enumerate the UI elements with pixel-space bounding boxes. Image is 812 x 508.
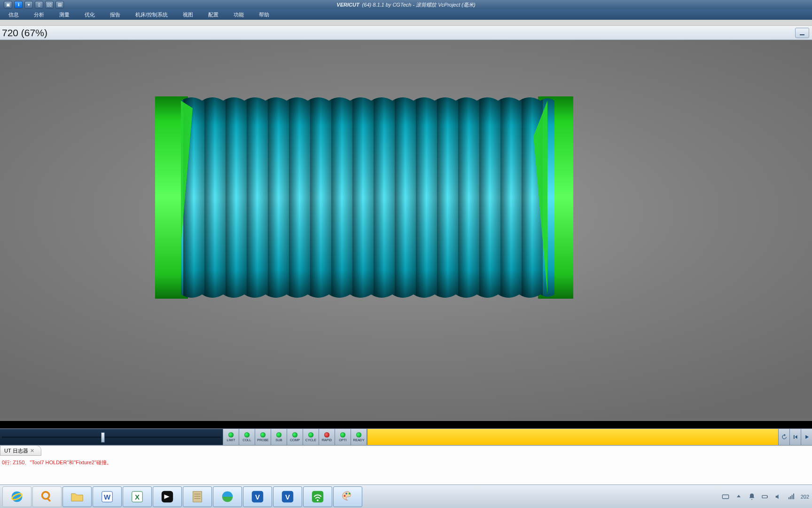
svg-rect-7 (268, 94, 289, 301)
svg-rect-44 (762, 495, 767, 498)
led-comp: COMP (287, 429, 303, 445)
progress-bar (367, 429, 778, 445)
svg-rect-18 (500, 94, 522, 301)
svg-text:V: V (255, 492, 260, 500)
log-tab-label: UT 日志器 (4, 447, 28, 454)
menu-view[interactable]: 视图 (183, 11, 193, 18)
led-label: LIMIT (227, 438, 235, 442)
menu-optimize[interactable]: 优化 (85, 11, 95, 18)
svg-point-40 (344, 495, 346, 497)
system-tray: 202 (722, 485, 809, 508)
led-dot-icon (276, 432, 281, 437)
taskbar-app-vericut[interactable]: V (243, 486, 272, 507)
led-ready: READY (351, 429, 367, 445)
led-dot-icon (340, 432, 345, 437)
menu-measure[interactable]: 测量 (59, 11, 70, 18)
bell-icon[interactable] (748, 493, 756, 500)
taskbar-app-ie[interactable] (2, 486, 31, 507)
svg-rect-14 (416, 94, 437, 301)
minimize-view-button[interactable] (795, 28, 809, 38)
sub-statusbar (0, 20, 812, 26)
taskbar-app-wifi[interactable] (303, 486, 332, 507)
windows-taskbar: WXVV 202 (0, 484, 812, 508)
svg-rect-43 (722, 495, 728, 499)
app-title-suffix: (64) 8.1.1 by CGTech - 滚筒螺纹 VcProject (毫… (362, 1, 476, 8)
led-dot-icon (228, 432, 234, 437)
led-label: COMP (290, 438, 300, 442)
menu-machine[interactable]: 机床/控制系统 (135, 11, 168, 18)
svg-rect-10 (331, 94, 352, 301)
taskbar-app-capcut[interactable] (153, 486, 182, 507)
led-label: SUB (275, 438, 282, 442)
led-label: PROBE (257, 438, 269, 442)
led-dot-icon (356, 432, 361, 437)
part-model (155, 94, 573, 301)
menu-function[interactable]: 功能 (234, 11, 244, 18)
taskbar-app-ie2[interactable] (213, 486, 242, 507)
taskbar-app-vericut2[interactable]: V (273, 486, 302, 507)
dropdown-button[interactable]: ▾ (24, 1, 33, 8)
play-button[interactable] (801, 429, 812, 445)
info-button[interactable]: ℹ (14, 1, 23, 8)
taskbar-app-magnify[interactable] (32, 486, 62, 507)
led-cycle: CYCLE (303, 429, 319, 445)
layout2-button[interactable]: ▯▯ (45, 1, 54, 8)
menu-config[interactable]: 配置 (208, 11, 219, 18)
clock[interactable]: 202 (801, 494, 809, 500)
layout1-button[interactable]: ▯ (35, 1, 43, 8)
led-label: CYCLE (305, 438, 316, 442)
led-dot-icon (292, 432, 297, 437)
taskbar-app-excel[interactable]: X (123, 486, 152, 507)
keyboard-icon[interactable] (722, 493, 729, 500)
menu-report[interactable]: 报告 (110, 11, 120, 18)
svg-point-42 (349, 492, 351, 494)
menu-bar: 信息 分析 测量 优化 报告 机床/控制系统 视图 配置 功能 帮助 (0, 9, 812, 20)
battery-icon[interactable] (761, 493, 769, 500)
menu-analyze[interactable]: 分析 (34, 11, 44, 18)
taskbar-app-notes[interactable] (183, 486, 212, 507)
menu-info[interactable]: 信息 (8, 11, 19, 18)
led-coll: COLL (239, 429, 255, 445)
led-label: OPTI (339, 438, 346, 442)
svg-rect-8 (289, 94, 310, 301)
svg-text:V: V (285, 492, 290, 500)
up-icon[interactable] (735, 493, 742, 500)
reset-button[interactable] (778, 429, 789, 445)
svg-rect-12 (374, 94, 395, 301)
menu-help[interactable]: 帮助 (259, 11, 269, 18)
led-rapid: RAPID (319, 429, 335, 445)
taskbar-app-paint[interactable] (333, 486, 362, 507)
layout3-button[interactable]: ▤ (55, 1, 64, 8)
step-back-button[interactable] (789, 429, 801, 445)
taskbar-app-word[interactable]: W (93, 486, 122, 507)
svg-rect-15 (437, 94, 458, 301)
led-label: COLL (242, 438, 251, 442)
led-dot-icon (308, 432, 313, 437)
viewport-title: 720 (67%) (2, 27, 47, 39)
taskbar-app-explorer[interactable] (62, 486, 92, 507)
status-strip: LIMIT COLL PROBE SUB COMP CYCLE RAPID OP… (0, 429, 812, 445)
progress-slider[interactable] (0, 429, 223, 445)
close-icon[interactable]: ✕ (30, 448, 34, 454)
viewport-3d[interactable] (0, 40, 812, 421)
signal-icon[interactable] (788, 493, 795, 500)
log-tab[interactable]: UT 日志器 ✕ (0, 445, 41, 456)
svg-text:W: W (104, 492, 111, 500)
led-probe: PROBE (255, 429, 271, 445)
log-panel: UT 日志器 ✕ 0行: Z150、"Tool7 HOLDER"和"Fixtur… (0, 445, 812, 484)
svg-rect-6 (247, 94, 268, 301)
svg-rect-11 (352, 94, 374, 301)
svg-rect-45 (767, 496, 767, 497)
svg-text:X: X (135, 492, 140, 500)
svg-rect-4 (204, 94, 226, 301)
led-label: READY (353, 438, 364, 442)
appicon-button[interactable]: ▣ (4, 1, 12, 8)
app-brand: VERICUT (336, 2, 359, 8)
volume-icon[interactable] (774, 493, 782, 500)
slider-thumb[interactable] (101, 432, 105, 443)
log-line-2: 0行: Z150、"Tool7 HOLDER"和"Fixture2"碰撞。 (2, 459, 112, 466)
svg-rect-17 (479, 94, 500, 301)
title-bar: ▣ ℹ ▾ ▯ ▯▯ ▤ VERICUT (64) 8.1.1 by CGTec… (0, 0, 812, 9)
svg-point-41 (345, 492, 347, 494)
svg-rect-29 (193, 491, 202, 502)
